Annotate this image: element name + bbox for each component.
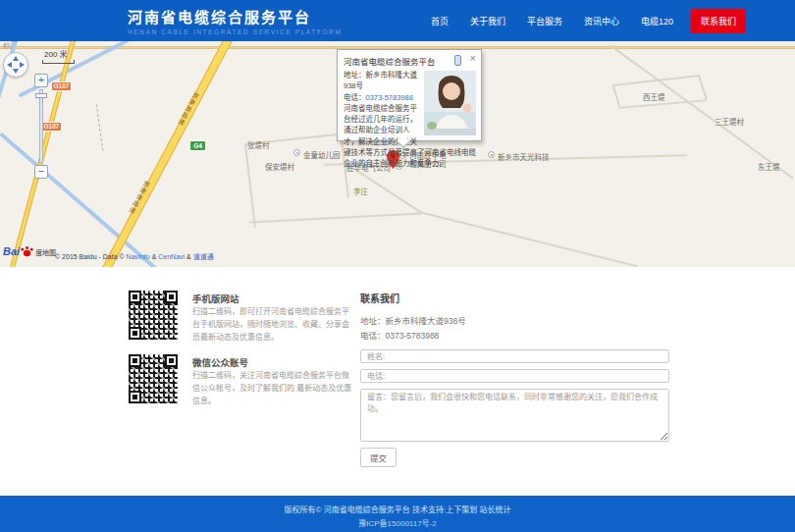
footer-copyright[interactable]: 版权所有© 河南省电缆综合服务平台 技术支持:上下策划 站长统计 [0,496,795,514]
map-road [421,212,638,267]
copyright-sep: & [185,253,193,260]
map-scale-label: 200 米 [44,48,68,59]
page: 河南省电缆综合服务平台 HENAN CABLE INTEGRATED SERVI… [0,0,795,532]
wechat-title: 微信公众账号 [192,355,248,369]
site-footer: 版权所有© 河南省电缆综合服务平台 技术支持:上下策划 站长统计 豫ICP备15… [0,496,795,532]
wechat-desc: 扫描二维码，关注河南省电缆综合服务平台微信公众帐号，及时了解我们的 最新动态及优… [192,370,353,407]
pan-up-icon[interactable] [13,56,19,61]
mobile-site-desc: 扫描二维码，即可打开河南省电缆综合服务平台手机版网站，随时随地浏览、收藏、分享会… [192,306,353,344]
map-road [612,84,621,108]
popup-phone-label: 电话： [344,93,366,102]
zoom-slider-track[interactable] [39,89,43,163]
contact-title: 联系我们 [360,291,399,305]
message-textarea[interactable] [360,389,669,442]
close-icon[interactable]: × [470,52,476,64]
baidu-maps-logo[interactable]: Bai 度地图 [3,245,56,257]
map-label-zhangdicun: 张堤村 [247,139,270,150]
qr-eye [129,354,141,367]
phone-input[interactable] [360,369,669,383]
pan-down-icon[interactable] [13,69,19,74]
road-badge-g107: G107 [41,122,62,132]
map-label-sanwangdicun: 三王堤村 [715,116,744,127]
map-road [244,144,256,228]
nav-item-services[interactable]: 平台服务 [516,15,573,27]
zoom-out-button[interactable]: − [34,165,48,179]
copyright-text: © 2015 Baidu - Data © [55,253,127,260]
nav-item-contact-active[interactable]: 联系我们 [691,9,746,33]
main-nav: 首页 关于我们 平台服务 资讯中心 电缆120 联系我们 [420,0,746,41]
map-river [18,41,129,98]
wechat-qr-code [129,354,178,403]
qr-eye [129,291,141,303]
map-info-popup: 河南省电缆综合服务平台 × 地址：新乡市科隆大道938号 电话：0373-578… [337,49,482,141]
mobile-phone-icon[interactable] [454,55,461,66]
map-road [249,212,421,223]
popup-phone-number[interactable]: 0373-5783988 [366,93,413,102]
site-title: 河南省电缆综合服务平台 [128,6,342,27]
cennavi-link[interactable]: CenNavi [158,253,185,260]
site-subtitle: HENAN CABLE INTEGRATED SERVICE PLATFORM [128,28,342,35]
mobile-site-qr-code [129,291,178,340]
nav-item-cable120[interactable]: 电缆120 [630,15,684,27]
mobile-site-title: 手机版网站 [192,292,239,305]
name-input[interactable] [360,349,669,363]
poi-icon-tianguang[interactable] [488,151,495,158]
map-label-dongwangdi: 东王堤 [758,161,780,172]
customer-service-photo [424,71,476,135]
nav-item-about[interactable]: 关于我们 [459,15,516,27]
map-road [612,75,700,86]
road-badge-g4: G4 [189,140,206,151]
qr-eye [129,391,141,403]
pan-left-icon[interactable] [7,62,12,68]
qr-eye [165,291,178,303]
baidu-logo-suffix: 度地图 [35,247,56,257]
map-expressway-g4 [101,41,234,267]
navinfo-link[interactable]: NavInfo [127,253,150,260]
footer-icp[interactable]: 豫ICP备15000117号-2 [0,517,795,528]
site-header: 河南省电缆综合服务平台 HENAN CABLE INTEGRATED SERVI… [0,0,795,41]
map-copyright: © 2015 Baidu - Data © NavInfo & CenNavi … [55,251,214,261]
baidu-map[interactable]: G4 G107 G107 京港澳高速 京港澳高速 纱厂 张堤村 金童幼儿园 保安… [0,41,795,267]
zoom-slider-handle[interactable] [35,93,47,98]
map-label-shachang: 纱厂 [3,41,18,50]
daodaotong-link[interactable]: 道道通 [193,253,214,260]
content-section: 手机版网站 扫描二维码，即可打开河南省电缆综合服务平台手机版网站，随时随地浏览、… [0,267,795,496]
zoom-in-button[interactable]: + [34,74,48,87]
map-path-dashed [96,104,104,151]
map-label-baoandicun: 保安堤村 [265,161,294,172]
site-logo[interactable]: 河南省电缆综合服务平台 HENAN CABLE INTEGRATED SERVI… [128,6,342,35]
submit-button[interactable]: 提交 [360,448,397,467]
map-label-tianguang: 新乡市天光科技 [498,151,550,162]
popup-body: 地址：新乡市科隆大道938号 电话：0373-5783988 河南省电缆综合服务… [338,69,481,173]
pan-right-icon[interactable] [20,62,25,68]
nav-item-news[interactable]: 资讯中心 [573,15,630,27]
baidu-paw-icon [21,245,33,257]
map-scale-bar [42,60,75,64]
qr-eye [129,327,141,340]
map-pan-control[interactable] [3,52,28,78]
qr-eye [165,354,178,367]
map-label-kindergarten: 金童幼儿园 [303,149,341,160]
nav-item-home[interactable]: 首页 [420,15,459,27]
map-road [610,45,793,180]
map-road [698,76,708,99]
baidu-logo-text: Bai [3,245,20,257]
map-label-xiwangdi: 西王堤 [643,91,665,102]
map-label-lizhuang: 李庄 [353,186,368,196]
contact-address: 地址：新乡市科隆大道938号 [360,314,466,326]
road-badge-g107: G107 [51,81,72,91]
contact-phone: 电话：0373-5783988 [360,329,439,341]
poi-icon-kindergarten[interactable] [293,149,300,156]
copyright-sep: & [150,253,159,260]
